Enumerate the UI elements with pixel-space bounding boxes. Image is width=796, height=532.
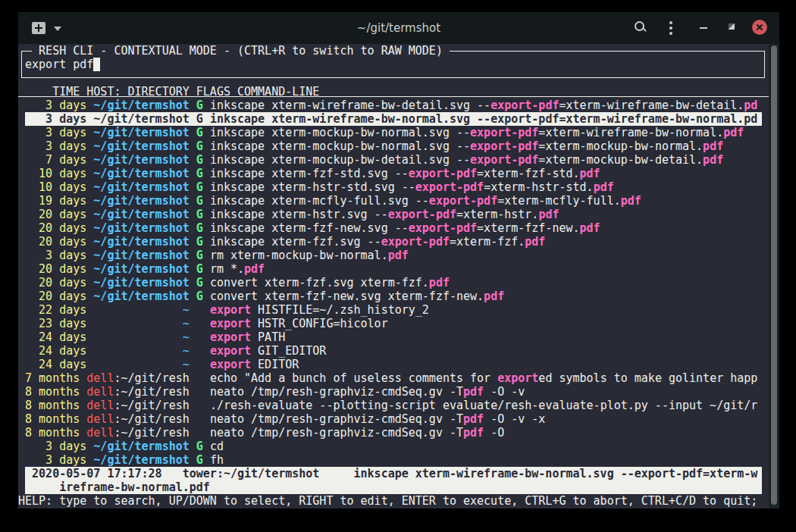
history-row[interactable]: 20 days ~/git/termshot G convert xterm-f… bbox=[18, 289, 758, 303]
row-command: -O -v bbox=[484, 385, 525, 399]
row-command-match: export bbox=[210, 344, 251, 358]
history-row[interactable]: 20 days ~/git/termshot G convert xterm-f… bbox=[18, 276, 758, 289]
row-flags: G bbox=[196, 276, 203, 289]
history-row[interactable]: 3 days ~/git/termshot G cd bbox=[18, 440, 758, 453]
history-row[interactable]: 19 days ~/git/termshot G inkscape xterm-… bbox=[18, 194, 758, 208]
row-command-match: pdf bbox=[538, 208, 559, 221]
row-flags: G bbox=[196, 180, 203, 194]
history-row[interactable]: 8 months dell:~/git/resh neato /tmp/resh… bbox=[18, 412, 758, 426]
row-time: 3 days bbox=[18, 99, 86, 112]
row-command-match: export bbox=[210, 303, 251, 317]
history-row[interactable]: 10 days ~/git/termshot G inkscape xterm-… bbox=[18, 180, 758, 194]
history-row[interactable]: 8 months dell:~/git/resh ./resh-evaluate… bbox=[18, 399, 758, 412]
row-time: 24 days bbox=[18, 330, 86, 344]
row-command: rm *. bbox=[210, 262, 244, 276]
row-command: inkscape xterm-wireframe-bw-normal.svg -… bbox=[210, 112, 490, 126]
history-row[interactable]: 20 days ~/git/termshot G inkscape xterm-… bbox=[18, 208, 758, 221]
row-directory: :~/git/resh bbox=[114, 426, 189, 440]
terminal: RESH CLI - CONTEXTUAL MODE - (CTRL+R to … bbox=[18, 44, 779, 509]
row-time: 10 days bbox=[18, 180, 86, 194]
row-directory: ~ bbox=[86, 330, 189, 344]
history-row[interactable]: 20 days ~/git/termshot G inkscape xterm-… bbox=[18, 235, 758, 249]
row-time: 3 days bbox=[18, 139, 86, 153]
restore-button[interactable] bbox=[729, 23, 735, 30]
row-command-match: pdf bbox=[244, 262, 265, 276]
row-flags: G bbox=[196, 221, 203, 235]
row-command: inkscape xterm-mockup-bw-detail.svg -- bbox=[210, 153, 470, 167]
row-time: 8 months bbox=[18, 412, 86, 426]
row-directory: ~/git/termshot bbox=[86, 139, 189, 153]
row-directory: ~ bbox=[86, 317, 189, 330]
table-header-text: TIME HOST: DIRECTORY FLAGS COMMAND-LINE bbox=[18, 85, 319, 99]
history-row[interactable]: 3 days ~/git/termshot G fh bbox=[18, 453, 758, 467]
row-flags: G bbox=[196, 262, 203, 276]
row-directory: ~/git/termshot bbox=[86, 153, 189, 167]
row-command: ./resh-evaluate --plotting-script evalua… bbox=[210, 399, 758, 412]
row-flags bbox=[196, 371, 203, 385]
row-flags: G bbox=[196, 249, 203, 262]
row-directory: ~/git/termshot bbox=[86, 112, 189, 126]
scrollbar[interactable] bbox=[769, 44, 779, 509]
row-command-match: export bbox=[210, 330, 251, 344]
row-command: =xterm-mockup-bw-normal. bbox=[538, 139, 703, 153]
row-time: 24 days bbox=[18, 344, 86, 358]
row-command-match: export-pdf bbox=[429, 194, 497, 208]
row-command: inkscape xterm-hstr.svg -- bbox=[210, 208, 388, 221]
row-command: inkscape xterm-hstr-std.svg -- bbox=[210, 180, 415, 194]
help-line: HELP: type to search, UP/DOWN to select,… bbox=[18, 494, 758, 508]
history-row[interactable]: 10 days ~/git/termshot G inkscape xterm-… bbox=[18, 167, 758, 180]
history-row[interactable]: 20 days ~/git/termshot G rm *.pdf bbox=[18, 262, 758, 276]
row-command-match: pdf bbox=[580, 221, 600, 235]
query-input-line[interactable]: export pdf bbox=[18, 58, 758, 71]
row-command-match: pdf bbox=[525, 235, 545, 249]
row-command: inkscape xterm-wireframe-bw-detail.svg -… bbox=[210, 99, 490, 112]
row-command: =xterm-mockup-bw-detail. bbox=[538, 153, 703, 167]
row-flags: G bbox=[196, 453, 203, 467]
row-flags: G bbox=[196, 235, 203, 249]
row-directory: ~/git/termshot bbox=[86, 99, 189, 112]
row-time: 20 days bbox=[18, 221, 86, 235]
history-row[interactable]: 8 months dell:~/git/resh neato /tmp/resh… bbox=[18, 426, 758, 440]
history-row[interactable]: 7 days ~/git/termshot G inkscape xterm-m… bbox=[18, 153, 758, 167]
row-command-match: export-pdf bbox=[381, 235, 450, 249]
row-directory: dell bbox=[86, 399, 114, 412]
row-command: fh bbox=[210, 453, 224, 467]
row-command: -O bbox=[484, 426, 504, 440]
status-line-2: ireframe-bw-normal.pdf bbox=[18, 480, 758, 494]
row-command: =xterm-hstr-std. bbox=[484, 180, 594, 194]
row-time: 20 days bbox=[18, 289, 86, 303]
row-flags bbox=[196, 412, 203, 426]
row-command: =xterm-hstr. bbox=[456, 208, 538, 221]
row-command-match: pdf bbox=[744, 99, 758, 112]
row-directory: ~/git/termshot bbox=[86, 289, 189, 303]
history-row[interactable]: 3 days ~/git/termshot G inkscape xterm-m… bbox=[18, 139, 758, 153]
history-row[interactable]: 3 days ~/git/termshot G inkscape xterm-w… bbox=[18, 99, 758, 112]
row-command: neato /tmp/resh-graphviz-cmdSeq.gv -T bbox=[210, 412, 463, 426]
row-command: neato /tmp/resh-graphviz-cmdSeq.gv -T bbox=[210, 426, 463, 440]
history-row[interactable]: 24 days ~ export EDITOR bbox=[18, 358, 758, 371]
history-row[interactable]: 8 months dell:~/git/resh neato /tmp/resh… bbox=[18, 385, 758, 399]
row-command: cd bbox=[210, 440, 224, 453]
search-icon[interactable] bbox=[634, 20, 647, 34]
query-box-label: RESH CLI - CONTEXTUAL MODE - (CTRL+R to … bbox=[32, 44, 450, 58]
history-row[interactable]: 3 days ~/git/termshot G rm xterm-mockup-… bbox=[18, 249, 758, 262]
row-command-match: export-pdf bbox=[470, 139, 538, 153]
kebab-menu-icon[interactable] bbox=[669, 21, 672, 35]
scrollbar-thumb[interactable] bbox=[771, 45, 777, 505]
row-command: ed symbols to make golinter happy" bbox=[538, 371, 758, 385]
row-command-match: pdf bbox=[703, 153, 723, 167]
history-row[interactable]: 7 months dell:~/git/resh echo "Add a bun… bbox=[18, 371, 758, 385]
history-row[interactable]: 24 days ~ export PATH bbox=[18, 330, 758, 344]
minimize-button[interactable] bbox=[700, 27, 707, 29]
row-command: convert xterm-fzf.svg xterm-fzf. bbox=[210, 276, 429, 289]
history-row[interactable]: 3 days ~/git/termshot G inkscape xterm-m… bbox=[18, 126, 758, 139]
row-command: =xterm-fzf. bbox=[450, 235, 525, 249]
row-time: 24 days bbox=[18, 358, 86, 371]
history-row[interactable]: 24 days ~ export GIT_EDITOR bbox=[18, 344, 758, 358]
history-row[interactable]: 22 days ~ export HISTFILE=~/.zsh_history… bbox=[18, 303, 758, 317]
close-button[interactable] bbox=[752, 20, 767, 35]
history-row[interactable]: 23 days ~ export HSTR_CONFIG=hicolor bbox=[18, 317, 758, 330]
history-row[interactable]: 20 days ~/git/termshot G inkscape xterm-… bbox=[18, 221, 758, 235]
row-time: 20 days bbox=[18, 235, 86, 249]
history-row[interactable]: 3 days ~/git/termshot G inkscape xterm-w… bbox=[18, 112, 758, 126]
